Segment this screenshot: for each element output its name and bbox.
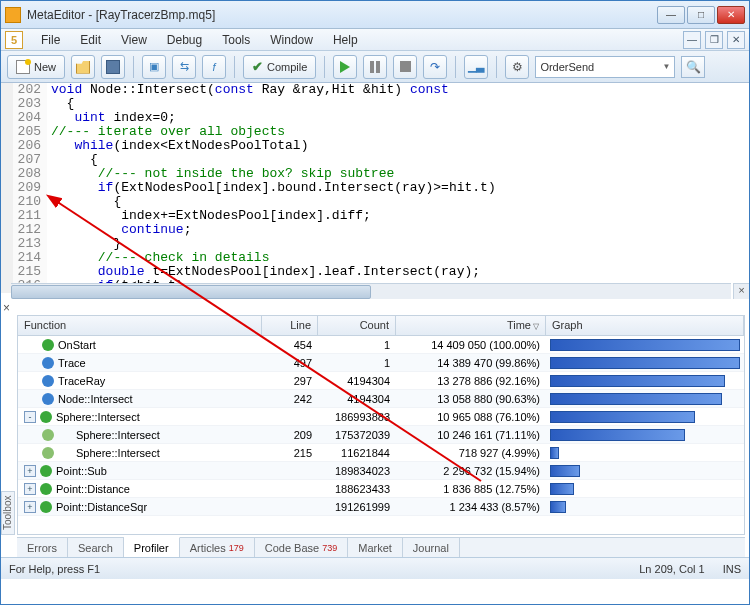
tab-articles[interactable]: Articles179	[180, 538, 255, 557]
mdi-close-icon[interactable]: ✕	[727, 31, 745, 49]
settings-button[interactable]: ⚙	[505, 55, 529, 79]
arrow-icon: ⇆	[180, 60, 189, 73]
cell-graph	[546, 445, 744, 461]
time-bar	[550, 483, 574, 495]
breakpoint-gutter[interactable]	[1, 153, 13, 167]
code-line[interactable]: 204 uint index=0;	[1, 111, 749, 125]
tab-market[interactable]: Market	[348, 538, 403, 557]
search-button[interactable]: 🔍	[681, 56, 705, 78]
close-button[interactable]: ✕	[717, 6, 745, 24]
code-line[interactable]: 205//--- iterate over all objects	[1, 125, 749, 139]
tree-toggle-icon[interactable]: +	[24, 483, 36, 495]
header-count[interactable]: Count	[318, 316, 396, 335]
profiler-row[interactable]: Trace497114 389 470 (99.86%)	[18, 354, 744, 372]
profiler-row[interactable]: +Point::Distance1886234331 836 885 (12.7…	[18, 480, 744, 498]
minimize-button[interactable]: —	[657, 6, 685, 24]
breakpoint-gutter[interactable]	[1, 111, 13, 125]
menu-debug[interactable]: Debug	[157, 30, 212, 50]
save-button[interactable]	[101, 55, 125, 79]
breakpoint-gutter[interactable]	[1, 125, 13, 139]
tab-errors[interactable]: Errors	[17, 538, 68, 557]
mdi-minimize-icon[interactable]: —	[683, 31, 701, 49]
save-icon	[106, 60, 120, 74]
stop-button[interactable]	[393, 55, 417, 79]
menu-tools[interactable]: Tools	[212, 30, 260, 50]
header-time[interactable]: Time▽	[396, 316, 546, 335]
pause-button[interactable]	[363, 55, 387, 79]
header-function[interactable]: Function	[18, 316, 262, 335]
editor-close-icon[interactable]: ×	[733, 283, 749, 299]
breakpoint-gutter[interactable]	[1, 181, 13, 195]
menu-view[interactable]: View	[111, 30, 157, 50]
profiler-row[interactable]: Sphere::Intersect21511621844718 927 (4.9…	[18, 444, 744, 462]
code-line[interactable]: 208 //--- not inside the box? skip subtr…	[1, 167, 749, 181]
search-combo[interactable]: OrderSend▼	[535, 56, 675, 78]
breakpoint-gutter[interactable]	[1, 139, 13, 153]
breakpoint-gutter[interactable]	[1, 97, 13, 111]
code-editor[interactable]: 202void Node::Intersect(const Ray &ray,H…	[1, 83, 749, 299]
tree-toggle-icon[interactable]: +	[24, 501, 36, 513]
time-bar	[550, 465, 580, 477]
code-line[interactable]: 214 //--- check in details	[1, 251, 749, 265]
maximize-button[interactable]: □	[687, 6, 715, 24]
tab-code-base[interactable]: Code Base739	[255, 538, 348, 557]
code-text: //--- not inside the box? skip subtree	[47, 167, 394, 181]
code-line[interactable]: 211 index+=ExtNodesPool[index].diff;	[1, 209, 749, 223]
breakpoint-gutter[interactable]	[1, 209, 13, 223]
tab-journal[interactable]: Journal	[403, 538, 460, 557]
menu-window[interactable]: Window	[260, 30, 323, 50]
menu-edit[interactable]: Edit	[70, 30, 111, 50]
code-line[interactable]: 209 if(ExtNodesPool[index].bound.Interse…	[1, 181, 749, 195]
profiler-row[interactable]: OnStart454114 409 050 (100.00%)	[18, 336, 744, 354]
open-button[interactable]	[71, 55, 95, 79]
horizontal-scrollbar[interactable]	[11, 283, 731, 299]
menu-file[interactable]: File	[31, 30, 70, 50]
profiler-row[interactable]: +Point::DistanceSqr1912619991 234 433 (8…	[18, 498, 744, 516]
profiler-row[interactable]: TraceRay297419430413 278 886 (92.16%)	[18, 372, 744, 390]
toggle-button[interactable]: ⇆	[172, 55, 196, 79]
new-button[interactable]: New	[7, 55, 65, 79]
tab-profiler[interactable]: Profiler	[124, 537, 180, 557]
code-line[interactable]: 212 continue;	[1, 223, 749, 237]
code-line[interactable]: 207 {	[1, 153, 749, 167]
breakpoint-gutter[interactable]	[1, 223, 13, 237]
breakpoint-gutter[interactable]	[1, 195, 13, 209]
breakpoint-gutter[interactable]	[1, 237, 13, 251]
panel-close-icon[interactable]: ×	[3, 301, 10, 315]
navigator-button[interactable]: ▣	[142, 55, 166, 79]
tree-toggle-icon[interactable]: -	[24, 411, 36, 423]
tab-search[interactable]: Search	[68, 538, 124, 557]
code-line[interactable]: 203 {	[1, 97, 749, 111]
header-graph[interactable]: Graph	[546, 316, 744, 335]
menu-help[interactable]: Help	[323, 30, 368, 50]
code-line[interactable]: 206 while(index<ExtNodesPoolTotal)	[1, 139, 749, 153]
line-number: 205	[13, 125, 47, 139]
cell-time: 10 965 088 (76.10%)	[396, 411, 546, 423]
run-button[interactable]	[333, 55, 357, 79]
toolbox-tab[interactable]: Toolbox	[1, 491, 15, 535]
mdi-restore-icon[interactable]: ❐	[705, 31, 723, 49]
breakpoint-gutter[interactable]	[1, 251, 13, 265]
cell-time: 1 836 885 (12.75%)	[396, 483, 546, 495]
compile-button[interactable]: ✔Compile	[243, 55, 316, 79]
code-line[interactable]: 210 {	[1, 195, 749, 209]
breakpoint-gutter[interactable]	[1, 167, 13, 181]
profiler-row[interactable]: +Point::Sub1898340232 296 732 (15.94%)	[18, 462, 744, 480]
status-help: For Help, press F1	[9, 563, 100, 575]
sort-desc-icon: ▽	[533, 322, 539, 331]
profiler-row[interactable]: Node::Intersect242419430413 058 880 (90.…	[18, 390, 744, 408]
step-button[interactable]: ↷	[423, 55, 447, 79]
chart-button[interactable]: ▁▃	[464, 55, 488, 79]
profiler-row[interactable]: Sphere::Intersect20917537203910 246 161 …	[18, 426, 744, 444]
code-line[interactable]: 213 }	[1, 237, 749, 251]
breakpoint-gutter[interactable]	[1, 83, 13, 97]
app-menu-icon[interactable]: 5	[5, 31, 23, 49]
profiler-row[interactable]: -Sphere::Intersect18699388310 965 088 (7…	[18, 408, 744, 426]
scrollbar-thumb[interactable]	[11, 285, 371, 299]
code-line[interactable]: 202void Node::Intersect(const Ray &ray,H…	[1, 83, 749, 97]
breakpoint-gutter[interactable]	[1, 265, 13, 279]
function-button[interactable]: f	[202, 55, 226, 79]
tree-toggle-icon[interactable]: +	[24, 465, 36, 477]
code-line[interactable]: 215 double t=ExtNodesPool[index].leaf.In…	[1, 265, 749, 279]
header-line[interactable]: Line	[262, 316, 318, 335]
